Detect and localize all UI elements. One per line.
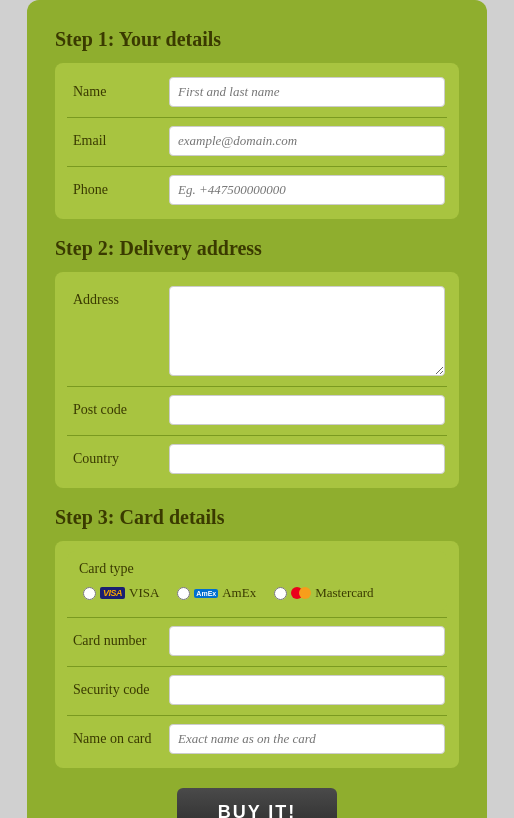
country-input[interactable] bbox=[169, 444, 445, 474]
security-code-row: Security code bbox=[67, 671, 447, 709]
divider1 bbox=[67, 117, 447, 118]
divider3 bbox=[67, 386, 447, 387]
mc-right-circle bbox=[299, 587, 311, 599]
step1-title: Step 1: Your details bbox=[55, 28, 459, 51]
email-input[interactable] bbox=[169, 126, 445, 156]
country-row: Country bbox=[67, 440, 447, 478]
address-input[interactable] bbox=[169, 286, 445, 376]
card-number-label: Card number bbox=[69, 633, 169, 649]
postcode-input[interactable] bbox=[169, 395, 445, 425]
mastercard-icon bbox=[291, 587, 311, 599]
step3-title: Step 3: Card details bbox=[55, 506, 459, 529]
name-label: Name bbox=[69, 84, 169, 100]
amex-label: AmEx bbox=[222, 585, 256, 601]
name-on-card-input[interactable] bbox=[169, 724, 445, 754]
visa-label: VISA bbox=[129, 585, 159, 601]
mastercard-label: Mastercard bbox=[315, 585, 373, 601]
divider4 bbox=[67, 435, 447, 436]
email-row: Email bbox=[67, 122, 447, 160]
name-on-card-row: Name on card bbox=[67, 720, 447, 758]
name-row: Name bbox=[67, 73, 447, 111]
phone-label: Phone bbox=[69, 182, 169, 198]
phone-row: Phone bbox=[67, 171, 447, 209]
postcode-label: Post code bbox=[69, 402, 169, 418]
card-number-row: Card number bbox=[67, 622, 447, 660]
step1-section: Name Email Phone bbox=[55, 63, 459, 219]
divider2 bbox=[67, 166, 447, 167]
country-label: Country bbox=[69, 451, 169, 467]
card-number-input[interactable] bbox=[169, 626, 445, 656]
checkout-form: Step 1: Your details Name Email Phone St… bbox=[27, 0, 487, 818]
security-code-label: Security code bbox=[69, 682, 169, 698]
name-input[interactable] bbox=[169, 77, 445, 107]
address-row: Address bbox=[67, 282, 447, 380]
postcode-row: Post code bbox=[67, 391, 447, 429]
security-code-input[interactable] bbox=[169, 675, 445, 705]
divider5 bbox=[67, 617, 447, 618]
phone-input[interactable] bbox=[169, 175, 445, 205]
divider6 bbox=[67, 666, 447, 667]
buy-button[interactable]: BUY IT! bbox=[177, 788, 337, 818]
visa-icon: VISA bbox=[100, 587, 125, 599]
mastercard-option[interactable]: Mastercard bbox=[274, 585, 373, 601]
card-type-box: Card type VISA VISA AmEx AmEx bbox=[67, 551, 447, 611]
divider7 bbox=[67, 715, 447, 716]
amex-option[interactable]: AmEx AmEx bbox=[177, 585, 256, 601]
mastercard-radio[interactable] bbox=[274, 587, 287, 600]
visa-option[interactable]: VISA VISA bbox=[83, 585, 159, 601]
amex-icon: AmEx bbox=[194, 589, 218, 598]
step2-title: Step 2: Delivery address bbox=[55, 237, 459, 260]
card-options: VISA VISA AmEx AmEx Mastercard bbox=[79, 585, 435, 601]
name-on-card-label: Name on card bbox=[69, 731, 169, 747]
step2-section: Address Post code Country bbox=[55, 272, 459, 488]
step3-section: Card type VISA VISA AmEx AmEx bbox=[55, 541, 459, 768]
card-type-label: Card type bbox=[79, 561, 435, 577]
visa-radio[interactable] bbox=[83, 587, 96, 600]
email-label: Email bbox=[69, 133, 169, 149]
address-label: Address bbox=[69, 286, 169, 308]
amex-radio[interactable] bbox=[177, 587, 190, 600]
